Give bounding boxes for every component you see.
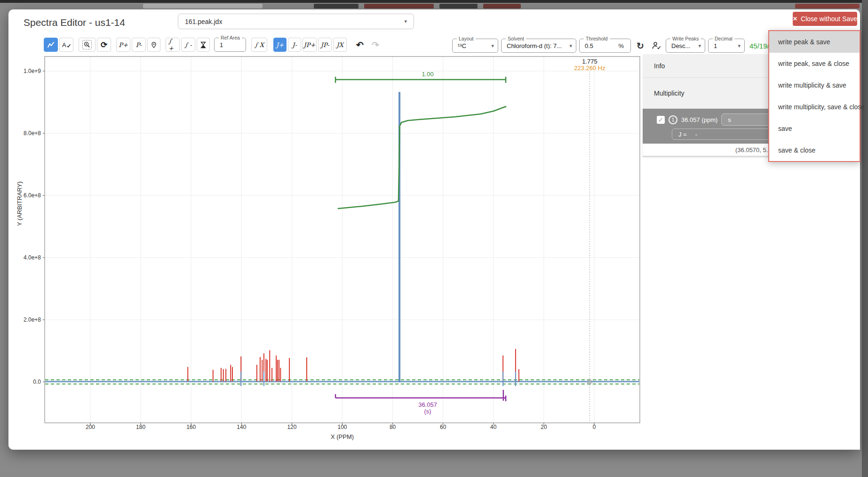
spectra-editor-dialog: Spectra Editor - us1-14 161.peak.jdx ▾ ✕…: [8, 9, 860, 450]
svg-text:1.0e+9: 1.0e+9: [24, 68, 41, 74]
multiplet-coords: (36.0570, 5.: [735, 146, 768, 154]
check-icon: [67, 44, 71, 48]
file-select-value: 161.peak.jdx: [185, 18, 404, 25]
svg-text:120: 120: [287, 424, 296, 430]
hourglass-icon: [200, 41, 206, 49]
multiplicity-label: Multiplicity: [654, 89, 685, 97]
svg-text:1.00: 1.00: [422, 71, 433, 78]
multiplet-checkbox[interactable]: ✓: [657, 116, 665, 124]
person-check-icon: [652, 41, 661, 50]
close-button-label: Close without Save: [801, 15, 857, 23]
write-peaks-select[interactable]: Write Peaks Desc... ▾: [666, 39, 705, 53]
svg-text:X (PPM): X (PPM): [331, 433, 354, 440]
background-button: [483, 4, 521, 8]
chevron-down-icon: ▾: [738, 43, 741, 49]
background-scrollbar: [862, 0, 868, 477]
write-peaks-value: Desc...: [671, 42, 690, 49]
nmr-spectrum-chart[interactable]: 2001801601401201008060402001.0e+98.0e+86…: [8, 48, 643, 448]
menu-item-save[interactable]: save: [769, 118, 860, 139]
background-button: [439, 4, 478, 8]
svg-text:60: 60: [440, 424, 446, 430]
background-topbar: [0, 0, 868, 3]
svg-text:80: 80: [390, 424, 396, 430]
svg-text:160: 160: [186, 424, 196, 430]
magnifier-plus-icon: [84, 41, 90, 48]
svg-text:2.0e+8: 2.0e+8: [24, 316, 41, 323]
decimal-select[interactable]: Decimal 1 ▾: [708, 39, 745, 53]
svg-text:36.057: 36.057: [418, 401, 437, 408]
j-value: -: [695, 131, 697, 138]
write-peaks-label: Write Peaks: [670, 36, 701, 41]
menu-item-save-close[interactable]: save & close: [769, 139, 860, 161]
svg-text:1.775: 1.775: [582, 58, 597, 65]
svg-text:0: 0: [593, 424, 596, 430]
svg-text:100: 100: [337, 424, 347, 430]
ref-area-label: Ref Area: [219, 35, 242, 40]
ref-area-value: 1: [220, 41, 223, 49]
svg-text:(s): (s): [424, 408, 431, 415]
background-button: [314, 4, 358, 8]
info-label: Info: [654, 62, 665, 70]
svg-text:200: 200: [86, 424, 95, 430]
pulse-line-icon: [47, 41, 55, 49]
solvent-label: Solvent: [506, 36, 526, 41]
svg-text:4.0e+8: 4.0e+8: [24, 254, 41, 261]
svg-text:40: 40: [490, 424, 497, 430]
svg-text:0.0: 0.0: [33, 379, 41, 385]
svg-text:20: 20: [541, 424, 547, 430]
dialog-title: Spectra Editor - us1-14: [24, 17, 125, 28]
menu-item-write-peak-save[interactable]: write peak & save: [769, 31, 860, 53]
svg-text:223.260 Hz: 223.260 Hz: [574, 65, 605, 72]
close-icon: ✕: [793, 16, 797, 22]
svg-text:8.0e+8: 8.0e+8: [24, 130, 41, 137]
menu-item-write-multiplicity-save[interactable]: write multiplicity & save: [769, 74, 860, 96]
j-label: J =: [678, 131, 687, 138]
svg-text:6.0e+8: 6.0e+8: [24, 192, 41, 199]
check-icon: ✓: [658, 116, 663, 123]
menu-item-write-multiplicity-save-close[interactable]: write multiplicity, save & close: [769, 96, 860, 118]
decimal-value: 1: [714, 42, 717, 49]
save-options-menu: write peak & savewrite peak, save & clos…: [768, 30, 860, 162]
close-without-save-button[interactable]: ✕ Close without Save: [793, 12, 857, 26]
svg-text:180: 180: [136, 424, 145, 430]
background-button: [364, 4, 434, 8]
layout-label: Layout: [457, 36, 476, 41]
menu-item-write-peak-save-close[interactable]: write peak, save & close: [769, 53, 860, 74]
decimal-label: Decimal: [713, 36, 734, 41]
chevron-down-icon: ▾: [698, 43, 701, 49]
background-input: [143, 4, 263, 8]
chevron-down-icon: ▾: [404, 18, 407, 24]
multiplet-ppm: 36.057 (ppm): [681, 116, 717, 123]
letter-a-icon: A: [62, 41, 66, 49]
threshold-label: Threshold: [584, 36, 610, 41]
background-button: [795, 4, 860, 8]
cursor-marker: [587, 380, 592, 384]
file-select[interactable]: 161.peak.jdx ▾: [178, 14, 414, 29]
svg-text:140: 140: [237, 424, 246, 430]
auto-peak-button[interactable]: [650, 39, 663, 53]
multiplet-index-badge: 1: [669, 115, 677, 124]
location-pin-plus-icon: [151, 41, 157, 49]
